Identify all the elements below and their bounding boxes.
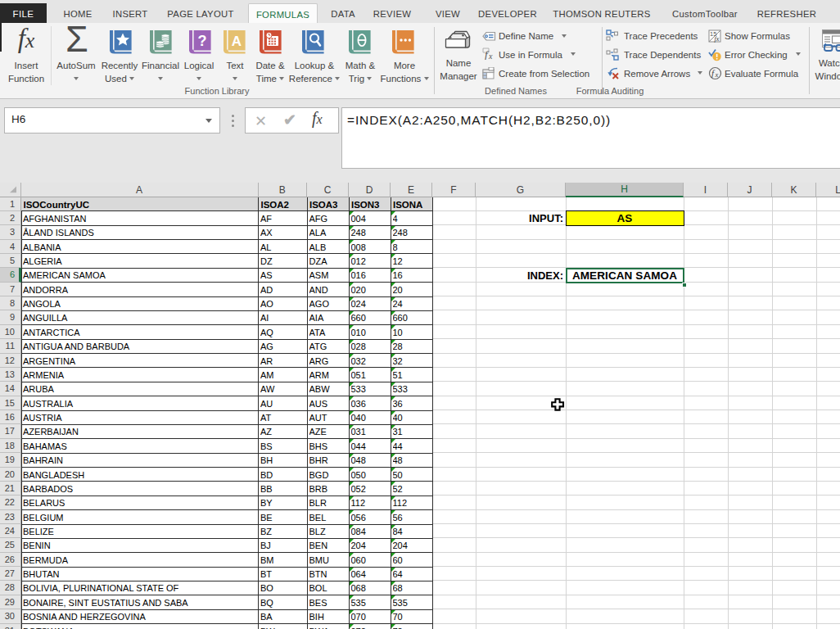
svg-text:x: x (715, 70, 719, 79)
svg-text:fx: fx (715, 35, 720, 43)
svg-text:?: ? (198, 33, 207, 49)
svg-text:A: A (232, 34, 242, 49)
svg-text:x: x (488, 52, 493, 60)
